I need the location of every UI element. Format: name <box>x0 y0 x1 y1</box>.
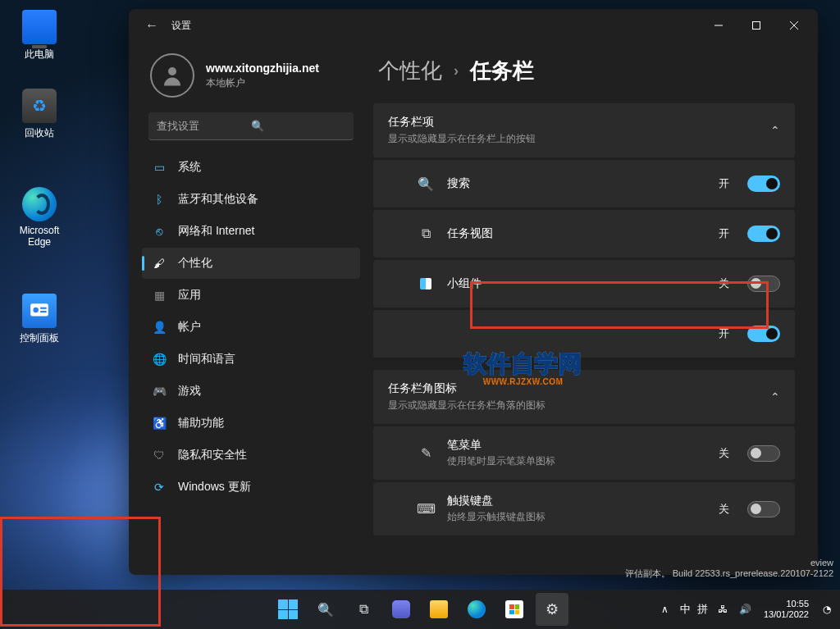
svg-rect-2 <box>40 308 47 309</box>
content-pane: 个性化 › 任务栏 任务栏项 显示或隐藏显示在任务栏上的按钮 ⌃ 🔍 搜索 开 <box>367 42 818 575</box>
svg-point-1 <box>33 308 39 313</box>
folder-icon <box>430 600 448 618</box>
recycle-bin-icon <box>22 89 57 123</box>
search-icon: 🔍 <box>317 602 334 618</box>
profile-name: www.xitongzhijia.net <box>206 62 319 75</box>
keyboard-icon: ⌨ <box>418 501 434 517</box>
desktop-icon-recycle-bin[interactable]: 回收站 <box>8 89 71 140</box>
profile-account: 本地帐户 <box>206 76 319 90</box>
gear-icon: ⚙ <box>546 600 559 618</box>
svg-point-8 <box>168 67 176 75</box>
ime-indicator[interactable]: 中拼 <box>680 602 708 617</box>
gamepad-icon: 🎮 <box>152 384 167 399</box>
toggle-touch-keyboard[interactable] <box>747 501 780 517</box>
breadcrumb: 个性化 › 任务栏 <box>378 57 795 85</box>
windows-logo-icon <box>278 599 298 619</box>
search-input[interactable]: 查找设置 🔍 <box>148 112 354 140</box>
section-taskbar-items[interactable]: 任务栏项 显示或隐藏显示在任务栏上的按钮 ⌃ <box>373 103 795 157</box>
edge-icon <box>22 187 57 221</box>
option-chat: 开 <box>373 310 795 358</box>
close-button[interactable] <box>775 12 813 39</box>
taskview-icon: ⧉ <box>418 226 434 241</box>
profile-block[interactable]: www.xitongzhijia.net 本地帐户 <box>142 50 360 112</box>
option-search: 🔍 搜索 开 <box>373 160 795 207</box>
desktop-icon-label: 回收站 <box>8 126 71 140</box>
nav-accounts[interactable]: 👤帐户 <box>142 312 360 343</box>
nav-time[interactable]: 🌐时间和语言 <box>142 344 360 375</box>
back-button[interactable]: ← <box>139 18 165 33</box>
search-placeholder: 查找设置 <box>157 119 251 134</box>
section-corner-icons[interactable]: 任务栏角图标 显示或隐藏显示在任务栏角落的图标 ⌃ <box>373 370 795 424</box>
taskbar-store[interactable] <box>498 593 531 626</box>
settings-window: ← 设置 www.xitongzhijia.net 本地帐户 查找设置 🔍 ▭系… <box>129 9 818 575</box>
toggle-widgets[interactable] <box>747 276 780 292</box>
nav-apps[interactable]: ▦应用 <box>142 280 360 311</box>
desktop-icon-label: 控制面板 <box>8 331 71 345</box>
svg-rect-3 <box>40 311 47 312</box>
network-icon[interactable]: 🖧 <box>714 604 731 615</box>
taskbar-settings[interactable]: ⚙ <box>536 593 568 626</box>
globe-icon: 🌐 <box>152 352 167 367</box>
desktop-icon-edge[interactable]: Microsoft Edge <box>8 187 71 248</box>
bluetooth-icon: ᛒ <box>152 192 167 207</box>
maximize-button[interactable] <box>737 12 775 39</box>
nav-gaming[interactable]: 🎮游戏 <box>142 376 360 407</box>
nav-system[interactable]: ▭系统 <box>142 152 360 183</box>
accessibility-icon: ♿ <box>152 416 167 431</box>
nav-update[interactable]: ⟳Windows 更新 <box>142 472 360 503</box>
option-widgets: 小组件 关 <box>373 260 795 308</box>
brush-icon: 🖌 <box>152 256 167 271</box>
build-info: eview 评估副本。 Build 22533.rs_prerelease.22… <box>625 558 833 580</box>
toggle-taskview[interactable] <box>747 226 780 242</box>
tray-chevron-up-icon[interactable]: ∧ <box>657 604 673 615</box>
edge-icon <box>468 600 486 618</box>
desktop-icon-label: 此电脑 <box>8 48 71 62</box>
taskbar-chat[interactable] <box>385 593 418 626</box>
search-icon: 🔍 <box>251 120 345 132</box>
taskbar-search[interactable]: 🔍 <box>309 593 342 626</box>
breadcrumb-parent[interactable]: 个性化 <box>378 57 442 85</box>
chevron-up-icon: ⌃ <box>770 390 780 403</box>
apps-icon: ▦ <box>152 288 167 303</box>
person-icon: 👤 <box>152 320 167 335</box>
sidebar: www.xitongzhijia.net 本地帐户 查找设置 🔍 ▭系统 ᛒ蓝牙… <box>129 42 367 575</box>
toggle-pen-menu[interactable] <box>747 445 780 462</box>
update-icon: ⟳ <box>152 480 167 495</box>
notifications-icon[interactable]: ◔ <box>819 604 835 615</box>
start-button[interactable] <box>272 593 304 626</box>
breadcrumb-current: 任务栏 <box>470 57 534 85</box>
desktop-icon-label: Microsoft Edge <box>8 225 71 248</box>
toggle-chat[interactable] <box>747 326 780 342</box>
titlebar: ← 设置 <box>129 9 818 42</box>
chevron-right-icon: › <box>454 62 459 80</box>
control-panel-icon <box>22 294 57 328</box>
toggle-search[interactable] <box>747 175 780 192</box>
avatar-icon <box>150 53 194 98</box>
taskbar-taskview[interactable]: ⧉ <box>347 593 380 626</box>
nav-accessibility[interactable]: ♿辅助功能 <box>142 408 360 439</box>
taskbar-edge[interactable] <box>460 593 493 626</box>
nav-bluetooth[interactable]: ᛒ蓝牙和其他设备 <box>142 184 360 215</box>
system-icon: ▭ <box>152 160 167 175</box>
widgets-icon <box>418 278 434 289</box>
svg-rect-5 <box>753 22 760 30</box>
option-taskview: ⧉ 任务视图 开 <box>373 210 795 258</box>
minimize-button[interactable] <box>700 12 737 39</box>
desktop-icon-control-panel[interactable]: 控制面板 <box>8 294 71 345</box>
pen-icon: ✎ <box>418 445 434 461</box>
taskbar-explorer[interactable] <box>422 593 455 626</box>
taskview-icon: ⧉ <box>359 602 368 617</box>
clock[interactable]: 10:55 13/01/2022 <box>764 599 809 620</box>
volume-icon[interactable]: 🔊 <box>737 604 754 615</box>
chevron-up-icon: ⌃ <box>770 124 780 137</box>
option-touch-keyboard: ⌨ 触摸键盘 始终显示触摸键盘图标 关 <box>373 482 795 536</box>
shield-icon: 🛡 <box>152 448 167 463</box>
nav-privacy[interactable]: 🛡隐私和安全性 <box>142 440 360 471</box>
monitor-icon <box>22 10 57 44</box>
desktop-icon-this-pc[interactable]: 此电脑 <box>8 10 71 62</box>
wifi-icon: ⎋ <box>152 224 167 239</box>
chat-icon <box>392 600 410 618</box>
nav-network[interactable]: ⎋网络和 Internet <box>142 216 360 247</box>
option-pen-menu: ✎ 笔菜单 使用笔时显示笔菜单图标 关 <box>373 426 795 480</box>
nav-personalization[interactable]: 🖌个性化 <box>142 248 360 279</box>
